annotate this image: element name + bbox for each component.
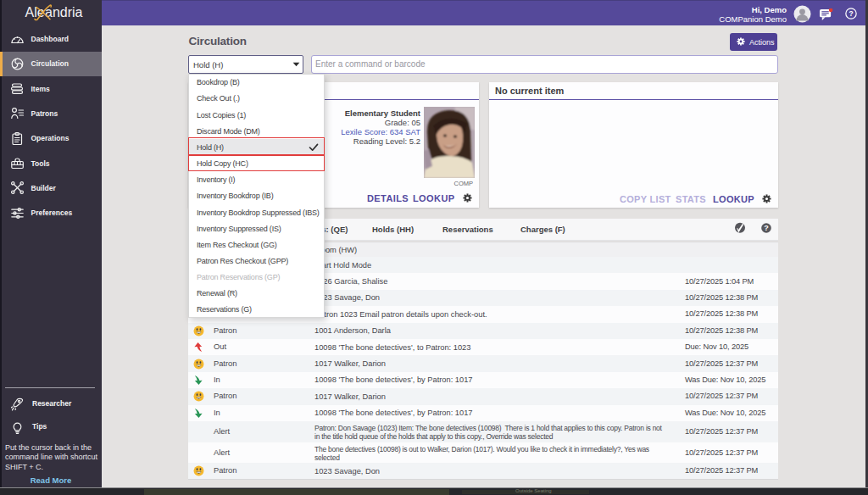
svg-text:?: ? [849, 8, 853, 17]
svg-text:?: ? [764, 224, 769, 232]
